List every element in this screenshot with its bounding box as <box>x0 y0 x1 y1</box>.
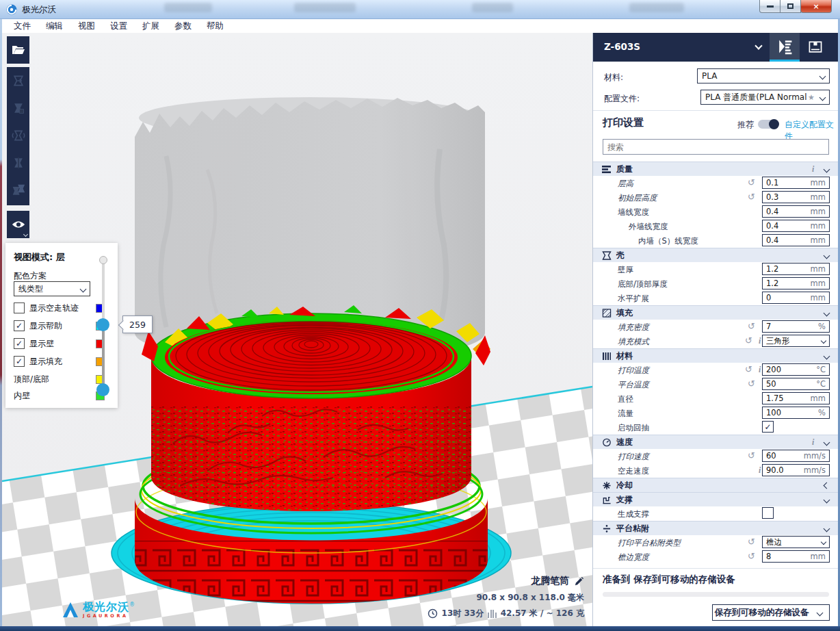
section-material[interactable]: 材料 <box>593 348 838 363</box>
setting-wall-line-width: 墙线宽度 0.4mm <box>593 205 838 219</box>
enable-retraction-checkbox[interactable]: ✓ <box>762 421 774 433</box>
layer-slider-track-lower[interactable] <box>102 324 105 392</box>
menu-help[interactable]: 帮助 <box>199 21 231 32</box>
chevron-down-icon <box>819 94 826 101</box>
maximize-button[interactable] <box>780 0 801 13</box>
print-settings-title: 打印设置 <box>603 116 644 129</box>
minimize-button[interactable] <box>759 0 780 13</box>
menu-view[interactable]: 视图 <box>70 21 103 32</box>
reset-icon[interactable]: ↺ <box>748 450 755 461</box>
infill-density-input[interactable]: 7% <box>762 320 830 333</box>
printer-name[interactable]: Z-603S <box>604 41 640 52</box>
menu-file[interactable]: 文件 <box>6 21 38 32</box>
color-scheme-select[interactable]: 线类型 <box>14 281 90 296</box>
infill-pattern-select[interactable]: 三角形 <box>762 335 830 347</box>
search-input[interactable] <box>603 140 828 155</box>
show-travels-checkbox[interactable] <box>14 302 25 313</box>
edit-pencil-icon[interactable] <box>574 576 584 587</box>
move-tool-button[interactable] <box>7 67 29 94</box>
reset-icon[interactable]: ↺ <box>745 364 752 374</box>
brand-name: 极光尔沃 <box>83 600 129 613</box>
setting-label: 外墙线宽度 <box>629 222 668 232</box>
menu-settings[interactable]: 设置 <box>103 21 135 32</box>
recommended-label: 推荐 <box>737 119 754 131</box>
setting-label: 生成支撑 <box>618 509 649 519</box>
profile-label: 配置文件: <box>604 93 640 105</box>
layer-slider-handle[interactable] <box>96 318 109 331</box>
menu-extensions[interactable]: 扩展 <box>135 21 167 32</box>
output-status: 准备到 保存到可移动的存储设备 <box>603 574 735 586</box>
open-folder-icon <box>12 44 25 55</box>
layer-slider-tooltip: 259 <box>122 316 153 333</box>
layer-slider-top-handle[interactable] <box>99 256 107 264</box>
menu-parameters[interactable]: 参数 <box>167 21 199 32</box>
sliced-model[interactable] <box>111 305 511 609</box>
recommended-custom-toggle[interactable] <box>758 120 778 129</box>
section-infill[interactable]: 填充 <box>593 305 838 320</box>
section-adhesion[interactable]: 平台粘附 <box>593 521 838 535</box>
save-options-dropdown[interactable] <box>811 604 830 621</box>
reset-icon[interactable]: ↺ <box>748 321 755 331</box>
layer-slider-bottom-handle[interactable] <box>96 383 109 396</box>
close-button[interactable]: × <box>800 0 832 13</box>
print-temperature-input[interactable]: 200°C <box>762 363 830 376</box>
section-support[interactable]: 支撑 <box>593 492 838 506</box>
mirror-tool-icon <box>12 156 25 170</box>
bed-temperature-input[interactable]: 50°C <box>762 378 830 390</box>
horizontal-expansion-input[interactable]: 0mm <box>762 292 830 304</box>
generate-support-checkbox[interactable] <box>762 507 774 519</box>
mirror-tool-button[interactable] <box>7 149 29 177</box>
tab-prepare[interactable] <box>770 33 800 62</box>
reset-icon[interactable]: ↺ <box>748 192 755 202</box>
reset-icon[interactable]: ↺ <box>748 551 755 561</box>
open-file-button[interactable] <box>7 36 29 64</box>
show-helpers-checkbox[interactable]: ✓ <box>14 320 25 331</box>
show-shell-checkbox[interactable]: ✓ <box>14 338 25 349</box>
per-model-settings-button[interactable] <box>7 177 29 204</box>
eye-icon <box>11 220 26 229</box>
legend-row-topbottom: 顶部/底部 <box>14 373 49 385</box>
titlebar[interactable]: 极光尔沃 × <box>0 0 840 19</box>
inner-wall-line-width-input[interactable]: 0.4mm <box>762 234 830 246</box>
toolbar-view-block <box>7 211 29 238</box>
show-infill-checkbox[interactable]: ✓ <box>14 356 25 367</box>
layer-height-input[interactable]: 0.1mm <box>762 177 830 189</box>
scale-tool-button[interactable] <box>7 94 29 122</box>
print-speed-input[interactable]: 60mm/s <box>762 450 830 462</box>
outer-wall-line-width-input[interactable]: 0.4mm <box>762 220 830 232</box>
menu-edit[interactable]: 编辑 <box>38 21 70 32</box>
chevron-down-icon[interactable] <box>754 42 762 49</box>
reset-icon[interactable]: ↺ <box>745 335 752 346</box>
viewport-3d[interactable]: 视图模式: 层 配色方案 线类型 显示空走轨迹 ✓ 显示帮助 ✓ <box>2 33 592 626</box>
save-to-removable-button[interactable]: 保存到可移动的存储设备 <box>712 604 811 621</box>
wall-thickness-input[interactable]: 1.2mm <box>762 263 830 275</box>
view-mode-button[interactable] <box>7 211 29 238</box>
material-select[interactable]: PLA <box>697 68 830 83</box>
reset-icon[interactable]: ↺ <box>748 378 755 389</box>
adhesion-type-select[interactable]: 檐边 <box>762 536 830 548</box>
rotate-tool-button[interactable] <box>7 122 29 149</box>
profile-value: PLA 普通质量(PLA Normal Qua <box>705 92 806 103</box>
wall-line-width-input[interactable]: 0.4mm <box>762 205 830 218</box>
profile-select[interactable]: PLA 普通质量(PLA Normal Qua ★ <box>700 90 830 105</box>
color-scheme-value: 线类型 <box>18 283 43 295</box>
tab-monitor[interactable] <box>800 33 830 62</box>
section-quality[interactable]: 质量 i <box>593 162 838 176</box>
travel-speed-input[interactable]: 90.0mm/s <box>762 464 830 476</box>
reset-icon[interactable]: ↺ <box>748 177 755 188</box>
section-cooling[interactable]: 冷却 <box>593 478 838 492</box>
brim-width-input[interactable]: 8mm <box>762 550 830 563</box>
reset-icon[interactable]: ↺ <box>748 537 755 547</box>
section-shell[interactable]: 壳 <box>593 248 838 262</box>
setting-label: 流量 <box>618 409 633 419</box>
section-title: 平台粘附 <box>616 523 649 535</box>
initial-layer-height-input[interactable]: 0.3mm <box>762 191 830 203</box>
titlebar-artifact <box>164 3 212 12</box>
top-bottom-thickness-input[interactable]: 1.2mm <box>762 277 830 289</box>
color-scheme-label: 配色方案 <box>14 270 47 282</box>
filament-diameter-input[interactable]: 1.75mm <box>762 392 830 404</box>
section-speed[interactable]: 速度 i <box>593 435 838 449</box>
legend-row-shell: ✓ 显示壁 <box>14 337 54 350</box>
flow-input[interactable]: 100% <box>762 407 830 419</box>
titlebar-artifact <box>472 3 513 12</box>
